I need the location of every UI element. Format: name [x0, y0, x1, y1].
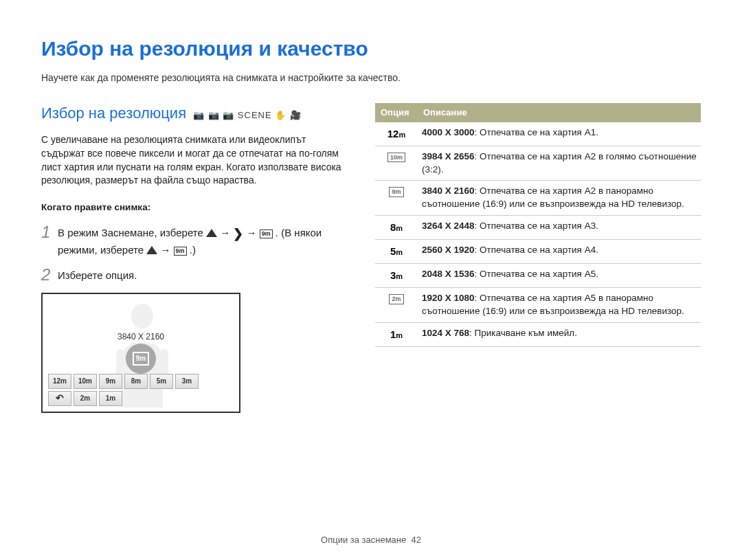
when-taking-photo-label: Когато правите снимка: — [41, 201, 350, 214]
svg-point-0 — [131, 304, 153, 328]
option-icon-cell: 10m — [375, 146, 418, 181]
step-text: Изберете опция. — [58, 267, 350, 283]
up-triangle-icon — [206, 229, 217, 237]
step-2: 2 Изберете опция. — [41, 267, 350, 283]
scene-mode-icon: SCENE — [238, 110, 272, 120]
selected-resolution-badge: 9m — [126, 344, 156, 374]
option-icon-cell: 1m — [375, 322, 418, 346]
table-row: 3m2048 X 1536: Отпечатва се на хартия A5… — [375, 264, 701, 288]
res-solid-icon: 5m — [379, 244, 414, 258]
option-icon-cell: 12m — [375, 122, 418, 146]
selected-resolution-icon: 9m — [133, 352, 149, 366]
page-subtitle: Научете как да променяте резолюцията на … — [41, 71, 701, 85]
table-row: 5m2560 X 1920: Отпечатва се на хартия A4… — [375, 240, 701, 264]
camera-smart-icon: 📷 — [193, 110, 205, 120]
res-solid-icon: 1m — [379, 327, 414, 341]
step-number: 2 — [41, 267, 58, 283]
table-row: 1m1024 X 768: Прикачване към имейл. — [375, 322, 701, 346]
table-row: 10m3984 X 2656: Отпечатва се на хартия A… — [375, 146, 701, 181]
section-title: Избор на резолюция — [41, 103, 186, 124]
option-description-cell: 3984 X 2656: Отпечатва се на хартия A2 в… — [418, 146, 701, 181]
option-description-cell: 1920 X 1080: Отпечатва се на хартия A5 в… — [418, 287, 701, 322]
option-icon-cell: 5m — [375, 240, 418, 264]
options-table: Опция Описание 12m4000 X 3000: Отпечатва… — [375, 103, 701, 347]
res-option-3m[interactable]: 3m — [175, 374, 199, 389]
preview-resolution-label: 3840 X 2160 — [43, 331, 239, 343]
option-description-cell: 2560 X 1920: Отпечатва се на хартия A4. — [418, 240, 701, 264]
step-number: 1 — [41, 224, 58, 257]
option-description-cell: 1024 X 768: Прикачване към имейл. — [418, 322, 701, 346]
res-option-12m[interactable]: 12m — [48, 374, 71, 389]
page-title: Избор на резолюция и качество — [41, 34, 701, 63]
step-text: В режим Заснемане, изберете → ❯ → 9m . (… — [58, 224, 350, 257]
mode-icons-strip: 📷 📷 📷 SCENE ✋ 🎥 — [193, 109, 302, 122]
option-description-cell: 4000 X 3000: Отпечатва се на хартия A1. — [418, 122, 701, 146]
option-icon-cell: 9m — [375, 181, 418, 216]
res-option-9m[interactable]: 9m — [99, 374, 122, 389]
resolution-box-icon: 9m — [174, 247, 187, 256]
option-icon-cell: 2m — [375, 287, 418, 322]
col-option: Опция — [375, 103, 418, 122]
section-intro: С увеличаване на резолюцията снимката ил… — [41, 133, 350, 187]
option-icon-cell: 3m — [375, 264, 418, 288]
camera-preview: 3840 X 2160 9m 12m 10m 9m 8m 5m 3m ↶ — [41, 293, 240, 413]
up-triangle-icon — [146, 246, 157, 254]
option-description-cell: 3264 X 2448: Отпечатва се на хартия A3. — [418, 216, 701, 240]
table-row: 9m3840 X 2160: Отпечатва се на хартия A2… — [375, 181, 701, 216]
page-footer: Опции за заснемане 42 — [0, 534, 742, 546]
video-icon: 🎥 — [290, 110, 302, 120]
back-button[interactable]: ↶ — [48, 391, 71, 406]
res-solid-icon: 8m — [379, 220, 414, 234]
table-row: 2m1920 X 1080: Отпечатва се на хартия A5… — [375, 287, 701, 322]
res-option-10m[interactable]: 10m — [74, 374, 97, 389]
table-row: 12m4000 X 3000: Отпечатва се на хартия A… — [375, 122, 701, 146]
res-option-8m[interactable]: 8m — [124, 374, 148, 389]
res-box-icon: 10m — [387, 153, 405, 163]
footer-section: Опции за заснемане — [321, 535, 406, 545]
camera-p-icon: 📷 — [223, 110, 234, 120]
step1-part-c: .) — [190, 244, 196, 256]
res-solid-icon: 3m — [379, 268, 414, 282]
res-option-5m[interactable]: 5m — [150, 374, 173, 389]
camera-icon: 📷 — [208, 110, 220, 120]
footer-page-number: 42 — [411, 535, 420, 545]
res-solid-icon: 12m — [379, 126, 414, 141]
res-box-icon: 9m — [389, 187, 403, 197]
table-row: 8m3264 X 2448: Отпечатва се на хартия A3… — [375, 216, 701, 240]
option-description-cell: 2048 X 1536: Отпечатва се на хартия A5. — [418, 264, 701, 288]
chevron-right-icon: ❯ — [233, 225, 243, 243]
res-option-1m[interactable]: 1m — [99, 391, 122, 406]
option-description-cell: 3840 X 2160: Отпечатва се на хартия A2 в… — [418, 181, 701, 216]
col-description: Описание — [418, 103, 701, 122]
step-1: 1 В режим Заснемане, изберете → ❯ → 9m .… — [41, 224, 350, 257]
resolution-row-2: ↶ 2m 1m — [48, 391, 199, 406]
res-box-icon: 2m — [389, 294, 403, 304]
res-option-2m[interactable]: 2m — [74, 391, 97, 406]
step1-part-a: В режим Заснемане, изберете — [58, 227, 206, 238]
resolution-box-icon: 9m — [260, 229, 273, 238]
option-icon-cell: 8m — [375, 216, 418, 240]
resolution-row-1: 12m 10m 9m 8m 5m 3m — [48, 374, 199, 389]
hand-icon: ✋ — [275, 110, 286, 120]
